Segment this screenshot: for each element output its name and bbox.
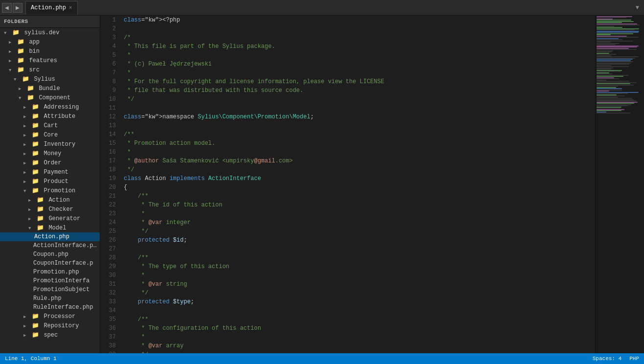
sidebar-item-app[interactable]: 📁 app <box>0 37 100 46</box>
arrow-icon <box>23 142 28 147</box>
label: Money <box>44 150 61 157</box>
code-line: * <box>124 68 591 77</box>
arrow-icon <box>9 58 14 64</box>
label: Component <box>39 94 70 101</box>
sidebar-item-model[interactable]: 📁 Model <box>0 223 100 232</box>
sidebar: FOLDERS 📁 sylius.dev 📁 app 📁 bin 📁 featu… <box>0 16 100 353</box>
sidebar-item-inventory[interactable]: 📁 Inventory <box>0 139 100 149</box>
sidebar-item-sylius-dev[interactable]: 📁 sylius.dev <box>0 28 100 37</box>
sidebar-item-payment[interactable]: 📁 Payment <box>0 167 100 177</box>
sidebar-item-ruleinterface-php[interactable]: RuleInterface.php <box>0 303 100 312</box>
cursor-position: Line 1, Column 1 <box>5 356 57 362</box>
sidebar-item-src[interactable]: 📁 src <box>0 65 100 74</box>
sidebar-item-action-php[interactable]: Action.php <box>0 232 100 241</box>
label: RuleInterface.php <box>33 304 93 311</box>
code-line: * @var integer <box>124 218 591 227</box>
minimap <box>595 16 644 353</box>
sidebar-item-order[interactable]: 📁 Order <box>0 158 100 167</box>
nav-forward[interactable]: ▶ <box>13 3 22 13</box>
sidebar-item-processor[interactable]: 📁 Processor <box>0 312 100 321</box>
label: sylius.dev <box>24 29 59 36</box>
sidebar-item-component[interactable]: 📁 Component <box>0 93 100 102</box>
status-bar: Line 1, Column 1 Spaces: 4 PHP <box>0 353 644 364</box>
arrow-icon <box>23 333 28 338</box>
code-line: * Promotion action model. <box>124 139 591 148</box>
label: Sylius <box>34 76 55 83</box>
label: Bundle <box>39 85 60 92</box>
label: app <box>29 39 40 46</box>
sidebar-item-checker[interactable]: 📁 Checker <box>0 205 100 214</box>
code-line: protected $type; <box>124 297 591 306</box>
label: Inventory <box>44 141 75 148</box>
code-line <box>124 104 591 113</box>
sidebar-item-attribute[interactable]: 📁 Attribute <box>0 112 100 121</box>
sidebar-item-cart[interactable]: 📁 Cart <box>0 121 100 130</box>
sidebar-item-bin[interactable]: 📁 bin <box>0 46 100 56</box>
sidebar-item-bundle[interactable]: 📁 Bundle <box>0 84 100 93</box>
code-line: * <box>124 271 591 280</box>
code-line: * The configuration of this action <box>124 324 591 333</box>
arrow-icon <box>23 114 28 119</box>
sidebar-item-features[interactable]: 📁 features <box>0 56 100 65</box>
label: Addressing <box>44 104 79 111</box>
sidebar-item-rule-php[interactable]: Rule.php <box>0 294 100 303</box>
arrow-icon <box>23 170 28 175</box>
editor: 1234567891011121314151617181920212223242… <box>100 16 644 353</box>
code-line: /** <box>124 253 591 262</box>
tab-action-php[interactable]: Action.php × <box>25 1 78 15</box>
sidebar-item-sylius[interactable]: 📁 Sylius <box>0 74 100 84</box>
sidebar-item-core[interactable]: 📁 Core <box>0 130 100 139</box>
arrow-icon <box>19 96 23 101</box>
label: ActionInterface.php <box>33 242 100 249</box>
sidebar-item-promotion[interactable]: 📁 Promotion <box>0 186 100 195</box>
sidebar-item-spec[interactable]: 📁 spec <box>0 330 100 340</box>
arrow-icon <box>23 189 28 194</box>
code-line: * @var array <box>124 341 591 350</box>
code-line: class="kw"><?php <box>124 16 591 24</box>
code-line: * @var string <box>124 280 591 289</box>
label: bin <box>29 48 40 55</box>
arrow-icon <box>23 323 28 329</box>
sidebar-item-product[interactable]: 📁 Product <box>0 177 100 186</box>
tab-filename: Action.php <box>31 4 66 11</box>
sidebar-item-coupon-php[interactable]: Coupon.php <box>0 250 100 259</box>
code-line <box>124 306 591 315</box>
arrow-icon <box>23 133 28 138</box>
top-bar: ◀ ▶ Action.php × ▼ <box>0 0 644 16</box>
tab-close-icon[interactable]: × <box>69 5 72 11</box>
sidebar-item-promotion-php[interactable]: Promotion.php <box>0 268 100 276</box>
arrow-icon <box>14 77 19 82</box>
line-numbers: 1234567891011121314151617181920212223242… <box>100 16 120 353</box>
arrow-icon <box>23 151 28 157</box>
sidebar-item-promotionsubject-php[interactable]: PromotionSubject <box>0 285 100 294</box>
arrow-icon <box>4 31 9 36</box>
label: Action <box>48 197 69 204</box>
code-line: * <box>124 51 591 60</box>
arrow-icon <box>23 179 28 184</box>
code-line: /** <box>124 192 591 201</box>
code-line: { <box>124 183 591 192</box>
nav-back[interactable]: ◀ <box>2 3 12 13</box>
sidebar-item-repository[interactable]: 📁 Repository <box>0 321 100 330</box>
arrow-icon <box>9 40 14 45</box>
arrow-icon <box>28 216 33 222</box>
sidebar-item-action-folder[interactable]: 📁 Action <box>0 195 100 205</box>
sidebar-item-promotioninterface-php[interactable]: PromotionInterfa <box>0 276 100 285</box>
code-line: * This file is part of the Sylius packag… <box>124 42 591 51</box>
sidebar-item-actioninterface-php[interactable]: ActionInterface.php <box>0 241 100 250</box>
code-area[interactable]: class="kw"><?php /* * This file is part … <box>120 16 595 353</box>
code-line: * For the full copyright and license inf… <box>124 77 591 86</box>
arrow-icon <box>23 314 28 319</box>
arrow-icon <box>9 49 14 54</box>
dropdown-arrow-icon[interactable]: ▼ <box>636 4 642 11</box>
sidebar-item-generator[interactable]: 📁 Generator <box>0 214 100 223</box>
code-line: * <box>124 148 591 157</box>
spaces-indicator: Spaces: 4 <box>593 356 622 362</box>
code-line: */ <box>124 227 591 236</box>
sidebar-item-money[interactable]: 📁 Money <box>0 149 100 158</box>
code-line: /** <box>124 130 591 139</box>
sidebar-item-addressing[interactable]: 📁 Addressing <box>0 102 100 112</box>
code-line <box>124 245 591 253</box>
sidebar-item-couponinterface-php[interactable]: CouponInterface.p <box>0 259 100 268</box>
label: Checker <box>48 206 73 213</box>
